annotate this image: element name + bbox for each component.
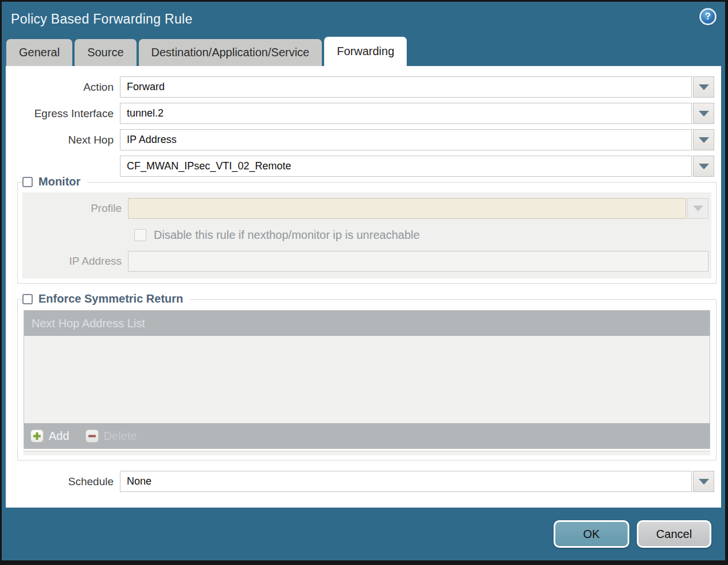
monitor-profile-row: Profile [22, 198, 711, 219]
enforce-symmetric-return-checkbox[interactable] [22, 294, 33, 304]
monitor-legend: Monitor [22, 175, 87, 188]
next-hop-address-list-body [24, 336, 710, 423]
schedule-combo: None [120, 471, 714, 492]
tab-general-label: General [19, 46, 60, 59]
dialog-footer: OK Cancel [2, 508, 725, 560]
action-row: Action Forward [6, 76, 721, 98]
monitor-profile-label: Profile [22, 202, 128, 215]
next-hop-combo: IP Address [120, 129, 714, 150]
monitor-panel: Profile Disable this rule if nexthop/mon… [22, 192, 711, 278]
delete-minus-icon [85, 429, 99, 443]
action-dropdown-button[interactable] [693, 76, 714, 98]
schedule-dropdown-button[interactable] [693, 471, 714, 492]
help-glyph: ? [705, 11, 711, 22]
tab-bar: General Source Destination/Application/S… [2, 36, 725, 66]
delete-button: Delete [85, 429, 137, 443]
monitor-ip-address-label: IP Address [22, 255, 128, 268]
next-hop-dropdown-button[interactable] [693, 129, 714, 150]
enforce-symmetric-return-legend-label: Enforce Symmetric Return [38, 292, 183, 305]
monitor-ip-address-input [128, 251, 708, 272]
tab-source-label: Source [87, 46, 123, 59]
monitor-legend-label: Monitor [38, 175, 80, 188]
egress-interface-row: Egress Interface tunnel.2 [6, 103, 721, 124]
monitor-ip-address-row: IP Address [22, 251, 711, 272]
table-column-header: Next Hop Address List [24, 311, 710, 336]
next-hop-type-input[interactable]: IP Address [120, 129, 692, 150]
add-button-label: Add [49, 429, 69, 443]
monitor-profile-dropdown-button [687, 198, 708, 219]
monitor-profile-combo [128, 198, 708, 219]
chevron-down-icon [699, 479, 709, 485]
egress-interface-dropdown-button[interactable] [693, 103, 714, 124]
chevron-down-icon [699, 111, 709, 117]
next-hop-address-list-table: Next Hop Address List Add Delete [24, 310, 710, 449]
table-toolbar: Add Delete [24, 423, 710, 448]
action-label: Action [6, 81, 120, 94]
table-paging-strip [24, 451, 710, 455]
tab-forwarding-label: Forwarding [337, 45, 394, 58]
cancel-button-label: Cancel [656, 528, 692, 541]
monitor-checkbox[interactable] [22, 177, 33, 187]
tab-destination-application-service[interactable]: Destination/Application/Service [139, 39, 322, 66]
tab-source[interactable]: Source [75, 39, 136, 66]
enforce-symmetric-return-legend: Enforce Symmetric Return [22, 292, 190, 305]
action-input[interactable]: Forward [120, 76, 692, 98]
disable-rule-label: Disable this rule if nexthop/monitor ip … [154, 229, 420, 242]
dialog-titlebar: Policy Based Forwarding Rule ? [2, 2, 725, 36]
monitor-fieldset: Monitor Profile Disable this rule [17, 182, 717, 284]
schedule-label: Schedule [6, 475, 120, 488]
enforce-symmetric-return-fieldset: Enforce Symmetric Return Next Hop Addres… [17, 299, 717, 460]
next-hop-address-list-header-label: Next Hop Address List [32, 317, 145, 330]
tab-forwarding[interactable]: Forwarding [324, 37, 407, 66]
action-combo: Forward [120, 76, 714, 98]
schedule-row: Schedule None [6, 471, 721, 492]
egress-interface-combo: tunnel.2 [120, 103, 714, 124]
egress-interface-input[interactable]: tunnel.2 [120, 103, 692, 124]
disable-rule-checkbox [134, 229, 146, 241]
forwarding-tab-panel: Action Forward Egress Interface tunnel.2… [6, 66, 721, 508]
egress-interface-label: Egress Interface [6, 107, 120, 120]
policy-based-forwarding-rule-dialog: Policy Based Forwarding Rule ? General S… [0, 0, 728, 565]
help-icon[interactable]: ? [699, 8, 717, 25]
tab-general[interactable]: General [6, 39, 72, 66]
cancel-button[interactable]: Cancel [637, 520, 711, 548]
chevron-down-icon [699, 164, 709, 169]
next-hop-row: Next Hop IP Address [6, 129, 721, 150]
add-button[interactable]: Add [30, 429, 69, 443]
next-hop-address-row: CF_MWAN_IPsec_VTI_02_Remote [6, 156, 721, 177]
chevron-down-icon [699, 84, 709, 90]
disable-rule-row: Disable this rule if nexthop/monitor ip … [134, 225, 711, 245]
ok-button-label: OK [583, 528, 600, 541]
delete-button-label: Delete [104, 429, 137, 443]
schedule-input[interactable]: None [120, 471, 692, 492]
next-hop-address-input[interactable]: CF_MWAN_IPsec_VTI_02_Remote [120, 156, 692, 177]
add-plus-icon [30, 429, 44, 443]
tab-destination-application-service-label: Destination/Application/Service [151, 46, 310, 59]
chevron-down-icon [693, 206, 703, 211]
ok-button[interactable]: OK [554, 520, 629, 548]
monitor-profile-input [128, 198, 686, 219]
chevron-down-icon [699, 137, 709, 143]
dialog-title: Policy Based Forwarding Rule [11, 11, 193, 27]
next-hop-address-dropdown-button[interactable] [693, 156, 714, 177]
next-hop-address-combo: CF_MWAN_IPsec_VTI_02_Remote [120, 156, 714, 177]
next-hop-label: Next Hop [6, 134, 120, 146]
